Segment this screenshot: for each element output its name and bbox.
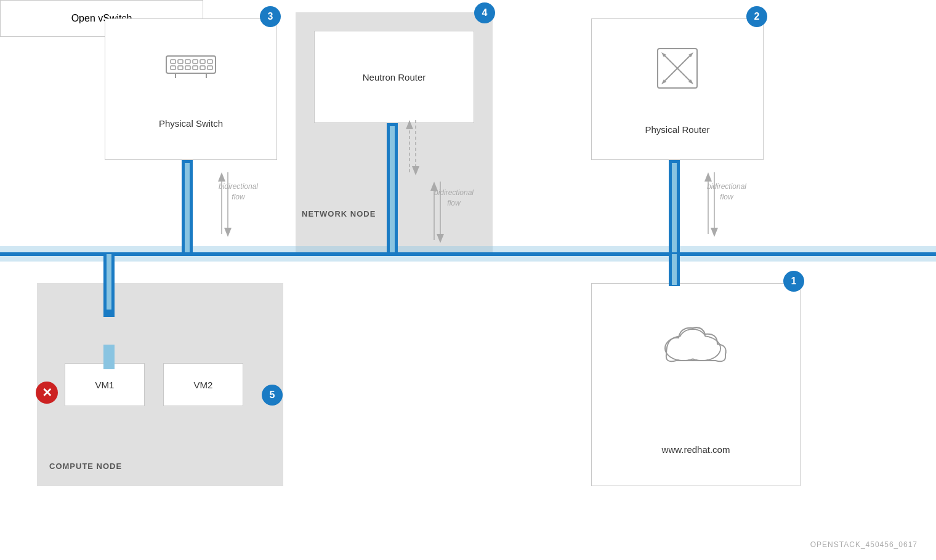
physical-router-label: Physical Router	[592, 124, 763, 135]
switch-icon	[163, 50, 219, 81]
backbone-line	[0, 252, 936, 256]
physical-router-box: Physical Router	[591, 18, 764, 160]
switch-connector-pipe	[185, 163, 190, 252]
svg-marker-41	[704, 172, 712, 182]
error-badge: ✕	[36, 382, 58, 404]
svg-marker-31	[224, 228, 232, 237]
vm2-label: VM2	[194, 380, 213, 390]
badge-1: 1	[783, 271, 804, 292]
svg-rect-10	[193, 66, 198, 70]
router-connector-pipe	[672, 163, 677, 252]
network-node-label: NETWORK NODE	[302, 209, 376, 218]
network-bidir-arrows	[419, 178, 450, 246]
svg-rect-8	[178, 66, 183, 70]
badge-2: 2	[746, 6, 767, 27]
vm1-box: VM1	[65, 363, 145, 406]
svg-rect-0	[166, 56, 216, 73]
svg-rect-11	[200, 66, 205, 70]
svg-rect-3	[185, 60, 190, 63]
svg-rect-5	[200, 60, 205, 63]
compute-connector-blue2	[103, 311, 115, 317]
physical-switch-label: Physical Switch	[105, 118, 276, 129]
badge-3: 3	[260, 6, 281, 27]
vm1-label: VM1	[95, 380, 115, 390]
neutron-router-label: Neutron Router	[315, 72, 474, 82]
redhat-label: www.redhat.com	[592, 444, 800, 455]
network-dashed-arrows	[394, 117, 425, 178]
svg-rect-9	[185, 66, 190, 70]
svg-marker-33	[406, 120, 413, 129]
vm2-box: VM2	[163, 363, 243, 406]
diagram-container: Physical Switch 3 Neutron Router NETWORK…	[0, 0, 936, 560]
redhat-box: www.redhat.com	[591, 283, 801, 486]
badge-4: 4	[474, 2, 495, 23]
compute-connector-pipe	[107, 254, 111, 310]
physical-switch-box: Physical Switch	[105, 18, 277, 160]
svg-marker-35	[412, 166, 419, 175]
router-icon	[653, 44, 702, 93]
compute-connector-pipe2	[103, 345, 115, 369]
svg-point-27	[680, 330, 706, 351]
svg-rect-6	[208, 60, 212, 63]
redhat-connector-pipe	[672, 254, 677, 285]
svg-marker-37	[430, 182, 438, 191]
badge-5: 5	[262, 385, 283, 406]
svg-marker-29	[218, 172, 225, 182]
svg-rect-12	[208, 66, 212, 70]
svg-rect-7	[171, 66, 176, 70]
neutron-router-box: Neutron Router	[314, 31, 474, 123]
svg-marker-39	[437, 234, 444, 243]
switch-bidir-arrows	[206, 166, 237, 240]
compute-node-label: COMPUTE NODE	[49, 462, 122, 471]
svg-rect-2	[178, 60, 183, 63]
router-bidir-arrows	[693, 166, 724, 240]
svg-marker-43	[711, 228, 718, 237]
svg-rect-4	[193, 60, 198, 63]
svg-rect-1	[171, 60, 176, 63]
footer-text: OPENSTACK_450456_0617	[810, 540, 918, 549]
cloud-icon	[659, 321, 733, 364]
